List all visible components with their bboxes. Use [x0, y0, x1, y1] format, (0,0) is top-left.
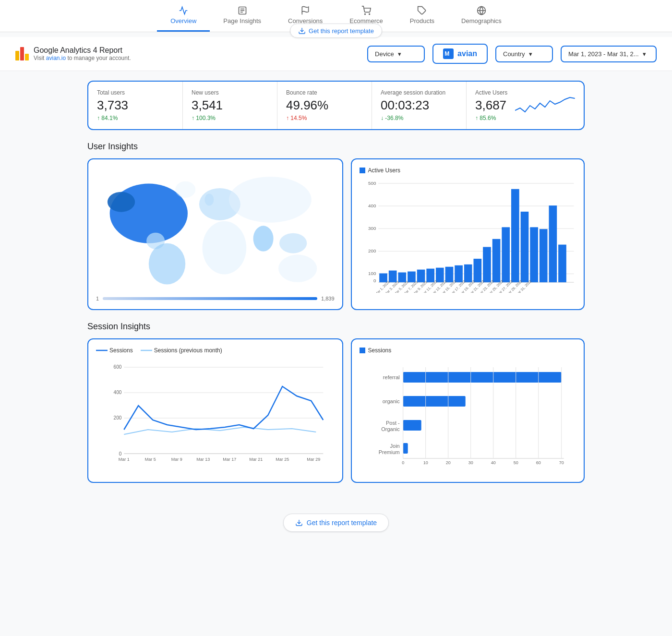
- hbar-legend-rect: [360, 348, 365, 353]
- svg-rect-56: [558, 245, 566, 283]
- sessions-line-chart-box: Sessions Sessions (previous month): [87, 338, 343, 483]
- line-chart-svg: 600 400 200 0 Mar 1 Mar 5 Mar 9: [96, 358, 335, 473]
- new-users-label: New users: [192, 89, 268, 96]
- svg-rect-50: [502, 227, 510, 282]
- device-chevron-icon: ▾: [398, 50, 401, 58]
- date-range-select[interactable]: Mar 1, 2023 - Mar 31, 2... ▾: [561, 46, 657, 62]
- user-insights-row: 1 1,839 Active Users: [87, 158, 585, 310]
- stat-cards: Total users 3,733 ↑ 84.1% New users 3,54…: [87, 81, 585, 130]
- svg-rect-54: [539, 229, 547, 282]
- svg-text:10: 10: [423, 460, 428, 465]
- svg-rect-41: [417, 270, 425, 282]
- main-content: Total users 3,733 ↑ 84.1% New users 3,54…: [72, 71, 600, 504]
- svg-rect-45: [455, 265, 463, 282]
- svg-text:M: M: [444, 50, 449, 57]
- svg-text:Join: Join: [390, 443, 399, 449]
- svg-rect-48: [483, 247, 491, 283]
- stat-card-active-users: Active Users 3,687 ↑ 85.6%: [467, 82, 584, 129]
- svg-rect-51: [511, 189, 519, 282]
- bar-legend-label: Active Users: [368, 167, 400, 174]
- total-users-label: Total users: [97, 89, 174, 96]
- get-template-top-button[interactable]: Get this report template: [290, 24, 382, 38]
- svg-text:Post -: Post -: [386, 420, 400, 426]
- nav-demographics[interactable]: Demographics: [448, 0, 515, 32]
- svg-rect-49: [492, 239, 500, 282]
- svg-text:100: 100: [368, 271, 376, 276]
- device-select[interactable]: Device ▾: [367, 46, 425, 62]
- nav-page-insights[interactable]: Page Insights: [210, 0, 275, 32]
- sessions-hbar-chart: referral organic Post - Organic Join Pre…: [360, 358, 576, 474]
- svg-rect-47: [473, 259, 481, 282]
- map-legend: 1 1,839: [96, 296, 335, 301]
- svg-text:300: 300: [368, 226, 376, 231]
- svg-text:600: 600: [114, 364, 122, 370]
- bounce-rate-change: ↑ 14.5%: [286, 115, 363, 121]
- date-range-label: Mar 1, 2023 - Mar 31, 2...: [568, 50, 639, 58]
- country-chevron-icon: ▾: [529, 50, 532, 58]
- svg-text:organic: organic: [382, 398, 400, 404]
- world-map-svg: [96, 167, 335, 292]
- svg-text:400: 400: [114, 390, 122, 395]
- svg-text:Mar 21: Mar 21: [249, 457, 263, 462]
- svg-point-16: [149, 243, 185, 285]
- svg-text:70: 70: [559, 460, 564, 465]
- sessions-hbar-chart-box: Sessions referral organic Post - Organic: [351, 338, 585, 483]
- svg-text:30: 30: [468, 460, 473, 465]
- svg-text:200: 200: [114, 415, 122, 420]
- svg-rect-98: [403, 420, 421, 431]
- svg-text:Mar 25: Mar 25: [276, 457, 289, 462]
- svg-point-24: [175, 181, 195, 198]
- get-template-bottom-label: Get this report template: [307, 519, 377, 527]
- svg-point-14: [108, 192, 135, 212]
- svg-point-18: [203, 221, 247, 275]
- session-duration-value: 00:03:23: [381, 98, 457, 113]
- logo-icon: [15, 47, 29, 60]
- map-legend-min: 1: [96, 296, 99, 301]
- hbar-legend-label: Sessions: [368, 347, 392, 354]
- svg-text:200: 200: [368, 248, 376, 253]
- svg-text:50: 50: [513, 460, 518, 465]
- hbar-legend: Sessions: [360, 347, 576, 354]
- svg-rect-43: [436, 268, 444, 282]
- bounce-rate-value: 49.96%: [286, 98, 363, 113]
- total-users-value: 3,733: [97, 98, 174, 113]
- download-icon: [295, 519, 303, 527]
- stat-card-total-users: Total users 3,733 ↑ 84.1%: [88, 82, 183, 129]
- header-wrapper: Get this report template Google Analytic…: [0, 32, 672, 71]
- svg-text:Premium: Premium: [378, 449, 399, 455]
- active-users-value: 3,687: [475, 98, 507, 113]
- avian-link[interactable]: avian.io: [46, 55, 66, 61]
- svg-text:0: 0: [402, 460, 404, 465]
- bottom-btn-area: Get this report template: [0, 504, 672, 546]
- logo-sub-suffix: to manage your account.: [66, 55, 131, 61]
- session-duration-label: Average session duration: [381, 89, 457, 96]
- session-insights-title: Session Insights: [87, 322, 585, 332]
- get-template-bottom-button[interactable]: Get this report template: [283, 514, 389, 532]
- sessions-prev-legend-label: Sessions (previous month): [154, 347, 222, 354]
- svg-rect-52: [520, 212, 528, 282]
- logo-area: Google Analytics 4 Report Visit avian.io…: [15, 46, 131, 61]
- active-users-sparkline: [515, 94, 575, 118]
- line-chart-legend: Sessions Sessions (previous month): [96, 347, 335, 354]
- svg-point-23: [204, 194, 214, 206]
- bar-chart-legend: Active Users: [360, 167, 576, 174]
- nav-products[interactable]: Products: [396, 0, 448, 32]
- header: Google Analytics 4 Report Visit avian.io…: [0, 37, 672, 71]
- svg-text:Mar 1: Mar 1: [119, 457, 130, 462]
- world-map-box: 1 1,839: [87, 158, 343, 310]
- svg-point-5: [365, 14, 366, 15]
- svg-text:0: 0: [119, 451, 122, 456]
- svg-text:Mar 9: Mar 9: [171, 457, 182, 462]
- nav-demographics-label: Demographics: [461, 17, 502, 24]
- stat-card-bounce-rate: Bounce rate 49.96% ↑ 14.5%: [277, 82, 372, 129]
- svg-text:20: 20: [445, 460, 450, 465]
- logo-sub-prefix: Visit: [34, 55, 46, 61]
- svg-text:referral: referral: [383, 374, 399, 380]
- nav-overview[interactable]: Overview: [157, 0, 210, 32]
- svg-point-21: [279, 233, 307, 253]
- total-users-change: ↑ 84.1%: [97, 115, 174, 121]
- country-select[interactable]: Country ▾: [495, 46, 553, 62]
- nav-overview-label: Overview: [170, 17, 196, 24]
- svg-text:Mar 5: Mar 5: [145, 457, 156, 462]
- svg-text:Organic: Organic: [381, 426, 400, 432]
